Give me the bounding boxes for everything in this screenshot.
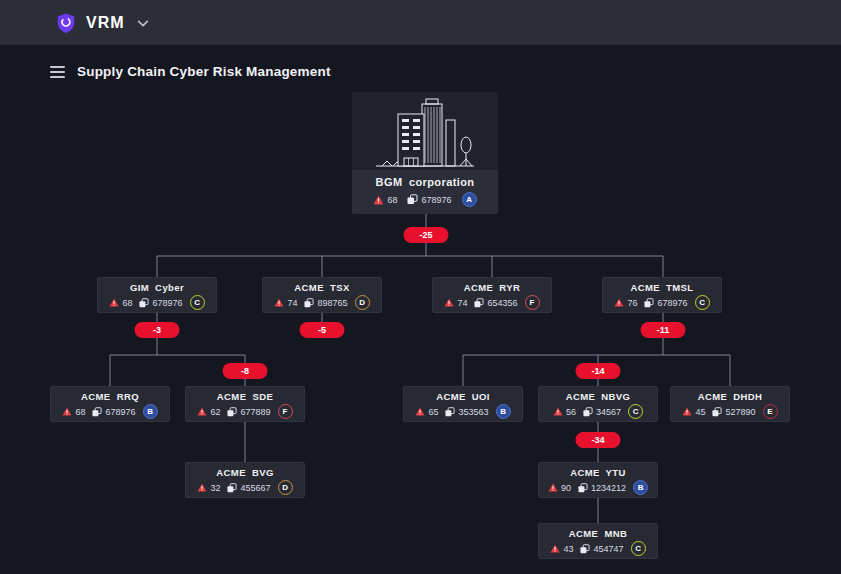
warning-count: 45 bbox=[695, 407, 705, 417]
risk-delta-pill[interactable]: -11 bbox=[641, 322, 686, 338]
warning-count: 74 bbox=[457, 298, 467, 308]
vendor-name: ACME YTU bbox=[570, 467, 626, 478]
grade-badge: D bbox=[278, 480, 293, 495]
grade-badge: C bbox=[695, 295, 710, 310]
grade-badge: C bbox=[628, 404, 643, 419]
warning-icon bbox=[682, 407, 692, 416]
asset-count: 34567 bbox=[596, 407, 621, 417]
asset-count: 353563 bbox=[458, 407, 488, 417]
assets-icon bbox=[474, 298, 484, 308]
asset-count: 677889 bbox=[240, 407, 270, 417]
warning-icon bbox=[197, 483, 207, 492]
assets-icon bbox=[227, 483, 237, 493]
warning-count: 76 bbox=[627, 298, 637, 308]
grade-badge: D bbox=[355, 295, 370, 310]
vendor-node-acme_nbvg[interactable]: ACME NBVG 56 34567 C bbox=[538, 386, 658, 422]
grade-badge: C bbox=[631, 541, 646, 556]
assets-icon bbox=[139, 298, 149, 308]
assets-icon bbox=[580, 544, 590, 554]
assets-icon bbox=[583, 407, 593, 417]
assets-icon bbox=[407, 194, 418, 205]
warning-count: 68 bbox=[387, 195, 397, 205]
asset-count: 455667 bbox=[240, 483, 270, 493]
grade-badge: C bbox=[190, 295, 205, 310]
warning-icon bbox=[553, 407, 563, 416]
vendor-node-acme_uoi[interactable]: ACME UOI 65 353563 B bbox=[403, 386, 523, 422]
assets-icon bbox=[92, 407, 102, 417]
vendor-node-acme_ryr[interactable]: ACME RYR 74 654356 F bbox=[432, 277, 552, 313]
warning-icon bbox=[62, 407, 72, 416]
warning-icon bbox=[197, 407, 207, 416]
risk-delta-pill[interactable]: -5 bbox=[300, 322, 345, 338]
vendor-node-acme_dhdh[interactable]: ACME DHDH 45 527890 E bbox=[670, 386, 790, 422]
company-building-illustration bbox=[352, 92, 498, 170]
company-name: BGM corporation bbox=[376, 176, 475, 188]
warning-count: 65 bbox=[428, 407, 438, 417]
vendor-name: ACME TSX bbox=[294, 282, 349, 293]
vendor-node-gim_cyber[interactable]: GIM Cyber 68 678976 C bbox=[97, 277, 217, 313]
assets-icon bbox=[304, 298, 314, 308]
warning-count: 68 bbox=[122, 298, 132, 308]
asset-count: 898765 bbox=[317, 298, 347, 308]
vendor-node-acme_tmsl[interactable]: ACME TMSL 76 678976 C bbox=[602, 277, 722, 313]
warning-icon bbox=[614, 298, 624, 307]
warning-count: 68 bbox=[75, 407, 85, 417]
warning-icon bbox=[444, 298, 454, 307]
assets-icon bbox=[644, 298, 654, 308]
vendor-name: ACME SDE bbox=[217, 391, 273, 402]
assets-icon bbox=[712, 407, 722, 417]
asset-count: 454747 bbox=[593, 544, 623, 554]
warning-icon bbox=[274, 298, 284, 307]
asset-count: 678976 bbox=[152, 298, 182, 308]
asset-count: 678976 bbox=[105, 407, 135, 417]
supply-chain-tree: BGM corporation 68 678976 A -25 -3 bbox=[0, 0, 841, 574]
grade-badge: B bbox=[143, 404, 158, 419]
grade-badge: E bbox=[763, 404, 778, 419]
asset-count: 678976 bbox=[657, 298, 687, 308]
vendor-name: ACME TMSL bbox=[630, 282, 693, 293]
warning-icon bbox=[415, 407, 425, 416]
vendor-name: ACME NBVG bbox=[566, 391, 631, 402]
asset-count: 527890 bbox=[725, 407, 755, 417]
warning-count: 43 bbox=[563, 544, 573, 554]
assets-icon bbox=[227, 407, 237, 417]
assets-icon bbox=[578, 483, 588, 493]
warning-icon bbox=[550, 544, 560, 553]
warning-count: 62 bbox=[210, 407, 220, 417]
root-company-label: BGM corporation 68 678976 A bbox=[352, 170, 498, 214]
warning-icon bbox=[548, 483, 558, 492]
vendor-name: GIM Cyber bbox=[130, 282, 184, 293]
grade-badge: B bbox=[633, 480, 648, 495]
risk-delta-pill[interactable]: -14 bbox=[576, 363, 621, 379]
vendor-name: ACME UOI bbox=[436, 391, 490, 402]
warning-count: 32 bbox=[210, 483, 220, 493]
vendor-node-acme_bvg[interactable]: ACME BVG 32 455667 D bbox=[185, 462, 305, 498]
asset-count: 1234212 bbox=[591, 483, 626, 493]
asset-count: 678976 bbox=[421, 195, 451, 205]
risk-delta-pill[interactable]: -34 bbox=[576, 432, 621, 448]
vendor-name: ACME MNB bbox=[569, 528, 627, 539]
root-company-node[interactable]: BGM corporation 68 678976 A bbox=[352, 92, 498, 214]
vendor-node-acme_sde[interactable]: ACME SDE 62 677889 F bbox=[185, 386, 305, 422]
vendor-name: ACME BVG bbox=[216, 467, 273, 478]
grade-badge: F bbox=[278, 404, 293, 419]
warning-icon bbox=[373, 195, 384, 205]
warning-count: 90 bbox=[561, 483, 571, 493]
risk-delta-pill[interactable]: -8 bbox=[223, 363, 268, 379]
vendor-name: ACME RRQ bbox=[81, 391, 139, 402]
warning-count: 74 bbox=[287, 298, 297, 308]
risk-delta-pill[interactable]: -3 bbox=[135, 322, 180, 338]
warning-icon bbox=[109, 298, 119, 307]
grade-badge: B bbox=[496, 404, 511, 419]
vendor-node-acme_tsx[interactable]: ACME TSX 74 898765 D bbox=[262, 277, 382, 313]
assets-icon bbox=[445, 407, 455, 417]
vendor-node-acme_ytu[interactable]: ACME YTU 90 1234212 B bbox=[538, 462, 658, 498]
grade-badge: A bbox=[462, 192, 477, 207]
risk-delta-pill[interactable]: -25 bbox=[404, 227, 449, 243]
vendor-name: ACME DHDH bbox=[698, 391, 763, 402]
vendor-node-acme_rrq[interactable]: ACME RRQ 68 678976 B bbox=[50, 386, 170, 422]
grade-badge: F bbox=[525, 295, 540, 310]
asset-count: 654356 bbox=[487, 298, 517, 308]
vendor-node-acme_mnb[interactable]: ACME MNB 43 454747 C bbox=[538, 523, 658, 559]
warning-count: 56 bbox=[566, 407, 576, 417]
